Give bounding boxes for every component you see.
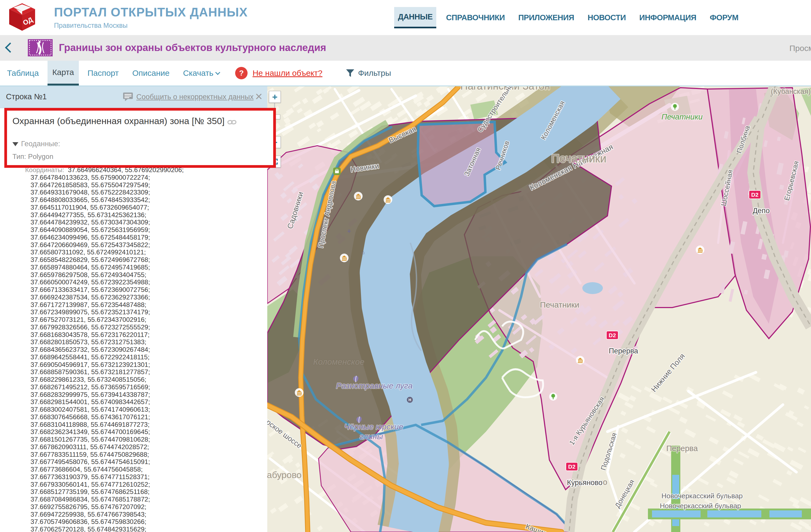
help-badge[interactable]: ? (235, 67, 248, 79)
coordinate-row: 37.670625720128, 55.6748429315629; (25, 526, 184, 532)
nav-item-4[interactable]: НОВОСТИ (584, 8, 630, 28)
coordinate-row: 37.6677363190379, 55.6747711528371; (25, 473, 184, 481)
app-header: ОД ПОРТАЛ ОТКРЫТЫХ ДАННЫХ Правительства … (0, 0, 811, 35)
coordinate-row: 37.6679928326566, 55.6723272555529; (25, 324, 184, 331)
tab-5[interactable]: Скачать (178, 61, 225, 85)
station-name: Курьяново (567, 479, 602, 487)
dataset-titlebar: Границы зон охраны объектов культурного … (0, 35, 811, 61)
map-label: Чёрные юрские (344, 422, 403, 431)
zoom-in-label: + (272, 92, 277, 102)
portal-subtitle: Правительства Москвы (54, 21, 248, 29)
coordinate-row: 37.6679330560141, 55.6747712610252; (25, 481, 184, 488)
coordinate-row: 37.6648808033665, 55.6748453933542; (25, 196, 184, 204)
map-canvas[interactable]: H⚘⌂ Нагатинский ЗатонЛюблино(Кубанская)В… (267, 86, 811, 532)
coordinate-row: 37.6667133633417, 55.6723690072756; (25, 286, 184, 294)
d2-badge: D2 (568, 464, 576, 470)
map-container[interactable]: H⚘⌂ Нагатинский ЗатонЛюблино(Кубанская)В… (267, 86, 811, 532)
map-label: Новочеркасский бульвар (661, 492, 743, 500)
coordinate-row: 37.6683002407581, 55.6741740960613; (25, 406, 184, 413)
views-counter: Просмотро (790, 44, 811, 53)
coordinate-row: 37.6688587590361, 55.6732181277857; (25, 368, 184, 376)
helipad-icon: H (407, 397, 413, 403)
coordinate-row: 37.6690504596917, 55.6732123921301; (25, 361, 184, 369)
tab-label: Описание (132, 68, 170, 78)
tab-1[interactable]: Таблица (2, 61, 44, 85)
chevron-down-icon (215, 70, 220, 75)
coordinate-row: 37.6645117011904, 55.6732609654077; (25, 204, 184, 211)
brand[interactable]: ПОРТАЛ ОТКРЫТЫХ ДАННЫХ Правительства Мос… (54, 5, 248, 29)
coordinate-row: 37.667527073121, 55.6723437002916; (25, 316, 184, 324)
coordinate-row: 37.6689642558441, 55.6722922418115; (25, 354, 184, 361)
map-label: Печатники (661, 112, 703, 121)
coordinate-row: 37.6687084986834, 55.6747685178872; (25, 496, 184, 503)
d2-badge: D2 (609, 332, 616, 338)
coordinate-row: 37.6684365623732, 55.6723090267484; (25, 346, 184, 354)
coordinate-row: 37.6682671495212, 55.6736595716569; (25, 384, 184, 391)
tree-icon (671, 103, 679, 111)
nav-item-1[interactable]: ДАННЫЕ (394, 7, 436, 28)
coordinate-row: 37.6678620903111, 55.6744742028572; (25, 443, 184, 451)
coordinate-row: 37.6681501267735, 55.6744709810628; (25, 436, 184, 443)
collapse-triangle-icon (12, 142, 18, 146)
coordinate-row: 37.6683104118988, 55.6744691877273; (25, 421, 184, 428)
geodata-label: Геоданные: (21, 140, 60, 148)
coordinate-row: 37.6660500074249, 55.6723922354988; (25, 278, 184, 286)
nav-item-3[interactable]: ПРИЛОЖЕНИЯ (515, 8, 578, 28)
coordinate-row: 37.6681683043578, 55.6723176220117; (25, 331, 184, 339)
report-link-label: Сообщить о некорректных данных (136, 93, 254, 101)
feature-panel: Строка №1 Сообщить о некорректных данных… (0, 86, 267, 532)
nav-item-5[interactable]: ИНФОРМАЦИЯ (636, 8, 700, 28)
coordinate-row: 37.6669242387534, 55.6723629273366; (25, 294, 184, 301)
coordinate-row: 37.66773686604, 55.6744756045858; (25, 466, 184, 473)
nav-item-6[interactable]: ФОРУМ (706, 8, 742, 28)
map-label: Новочеркасский бульвар (660, 502, 741, 510)
close-panel-button[interactable]: × (255, 89, 262, 104)
coordinate-row: 37.6659786297508, 55.672493404755; (25, 271, 184, 279)
map-label: Разнотравные луга (336, 381, 413, 390)
comment-bubble-icon (123, 92, 133, 101)
portal-logo-icon[interactable]: ОД (8, 3, 36, 32)
zoom-in-button[interactable]: + (269, 91, 281, 103)
museum-icon (696, 246, 704, 254)
museum-icon (340, 254, 349, 262)
report-incorrect-data-link[interactable]: Сообщить о некорректных данных (123, 92, 254, 101)
park-poi-icon: ⚘ (347, 229, 352, 234)
coordinate-row: 37.6644090889054, 55.6725631956959; (25, 226, 184, 234)
map-label: Коломенское (313, 357, 365, 366)
museum-icon (354, 192, 363, 201)
coordinate-row: 37.6682981544001, 55.6740983442657; (25, 398, 184, 406)
back-button[interactable] (5, 42, 15, 52)
station-name: Депо (753, 207, 770, 215)
shopping-icon (333, 168, 341, 175)
coordinate-row: 37.6682362341349, 55.6744700169645; (25, 428, 184, 436)
museum-icon (384, 195, 392, 204)
d2-badge: D2 (751, 191, 759, 198)
coordinate-row: 37.6671727139987, 55.672354487488; (25, 301, 184, 309)
map-label: Москворечье-Сабурово (267, 470, 302, 480)
coordinate-row: 37.6647840133623, 55.6759000722274; (25, 174, 184, 181)
tab-label: Паспорт (88, 68, 119, 78)
tree-icon (549, 392, 557, 401)
portal-title: ПОРТАЛ ОТКРЫТЫХ ДАННЫХ (54, 5, 248, 19)
highlighted-zone-card: Охранная (объединенная охранная) зона [№… (4, 108, 276, 168)
coordinate-row: 37.6677495458076, 55.6744754615091; (25, 458, 184, 466)
coordinate-row: 37.665807311092, 55.6724992410121; (25, 249, 184, 256)
tab-label: Таблица (7, 68, 39, 78)
map-label: Перерва (666, 444, 698, 453)
coordinate-row: 37.668229861233, 55.6732408515056; (25, 376, 184, 384)
tab-4[interactable]: Описание (127, 61, 174, 85)
map-label: Печатники (551, 152, 606, 165)
page-title: Границы зон охраны объектов культурного … (59, 42, 326, 53)
tab-3[interactable]: Паспорт (82, 61, 124, 85)
coordinate-row: 37.6647261858583, 55.6755047297549; (25, 181, 184, 189)
coordinate-row: 37.6649331679048, 55.6752228423309; (25, 189, 184, 196)
permalink-icon[interactable] (227, 119, 236, 126)
coordinate-row: 37.6705749606836, 55.674759830266; (25, 518, 184, 526)
main-nav: ДАННЫЕСПРАВОЧНИКИПРИЛОЖЕНИЯНОВОСТИИНФОРМ… (394, 0, 748, 35)
filters-button[interactable]: Фильтры (346, 61, 391, 85)
tab-2[interactable]: Карта (47, 61, 79, 85)
map-label: глины (359, 432, 383, 441)
geodata-toggle[interactable]: Геоданные: (12, 140, 268, 148)
nav-item-2[interactable]: СПРАВОЧНИКИ (442, 8, 509, 28)
not-found-link[interactable]: Не нашли объект? (253, 61, 322, 85)
